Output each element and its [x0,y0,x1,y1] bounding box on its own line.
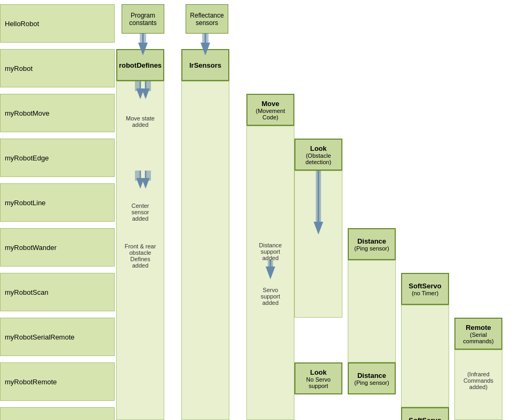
module-sub-0: (Movement Code) [255,108,285,120]
module-5: LookNo Servo support [294,362,342,394]
module-label-2: Distance [357,237,386,245]
module-label-4: Remote [466,324,491,332]
diagram-container: HelloRobotmyRobotmyRobotMovemyRobotEdgem… [0,0,520,420]
module-sub-3: (no Timer) [412,290,438,296]
row-label-5: myRobotWander [0,228,115,266]
col-span-5 [401,305,449,407]
module-4: Remote(Serial commands) [454,318,502,350]
note-4: Servo support added [246,281,294,311]
module-1: Look(Obstacle detection) [294,139,342,171]
top-header-1: Reflectance sensors [186,4,228,34]
top-header-0: Program constants [122,4,164,34]
col-span-4 [348,260,396,362]
note-2: Front & rear obstacle Defines added [116,237,164,275]
note-3: Distance support added [246,237,294,266]
module-sub-6: (Ping sensor) [354,379,389,386]
col-span-2 [246,126,294,420]
module-0: Move(Movement Code) [246,94,294,126]
row-label-9: myRobotWanderRemote [0,407,115,420]
module-header-0: robotDefines [116,49,164,81]
module-6: Distance(Ping sensor) [348,362,396,394]
row-label-4: myRobotLine [0,183,115,222]
row-label-6: myRobotScan [0,273,115,311]
module-label-3: SoftServo [409,282,441,290]
module-label-6: Distance [357,371,386,379]
row-label-8: myRobotRemote [0,362,115,401]
module-2: Distance(Ping sensor) [348,228,396,260]
note-5: (Infrared Commands added) [454,366,502,395]
module-sub-4: (Serial commands) [463,332,493,344]
module-label-5: Look [310,368,326,376]
row-label-7: myRobotSerialRemote [0,318,115,356]
row-label-3: myRobotEdge [0,139,115,177]
row-label-2: myRobotMove [0,94,115,132]
module-sub-5: No Servo support [306,376,331,389]
row-label-0: HelloRobot [0,4,115,43]
module-label-7: SoftServo [409,416,441,421]
module-header-1: IrSensors [181,49,229,81]
module-sub-1: (Obstacle detection) [306,152,331,165]
module-label-1: Look [310,144,326,152]
module-sub-2: (Ping sensor) [354,245,389,252]
note-6: Same as myRobotScan [246,416,294,420]
note-1: Center sensor added [116,197,164,227]
note-0: Move state added [116,107,164,136]
col-span-3 [294,171,342,318]
module-7: SoftServo(no Timer) [401,407,449,420]
col-span-1 [181,81,229,420]
row-label-1: myRobot [0,49,115,87]
module-3: SoftServo(no Timer) [401,273,449,305]
module-label-0: Move [261,100,279,108]
